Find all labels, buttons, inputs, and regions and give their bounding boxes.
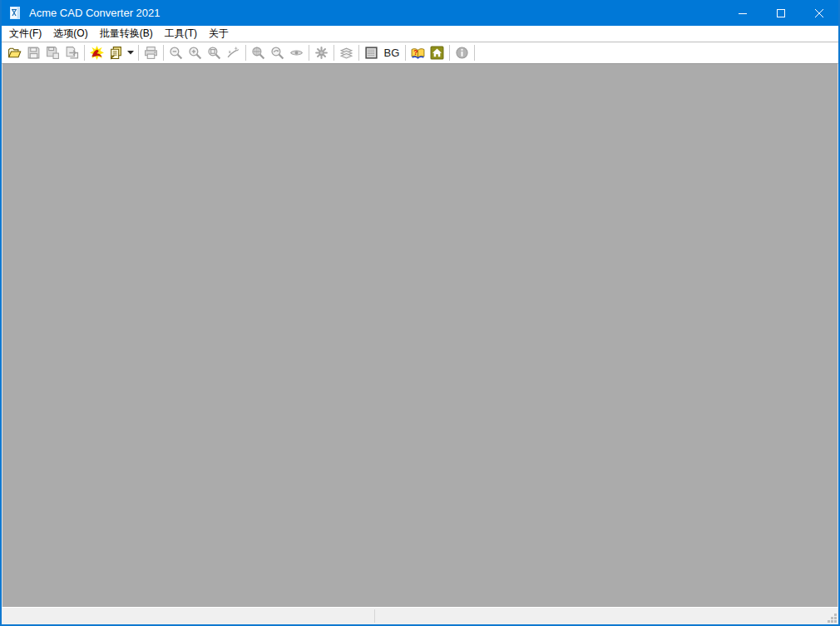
status-panel-left [2,608,374,624]
print-button [141,43,161,62]
open-button[interactable] [5,43,24,62]
app-window: Acme CAD Converter 2021 文件(F) 选项(O) 批量转换… [0,0,840,626]
maximize-icon [777,9,785,17]
app-icon [8,6,22,20]
toolbar-separator [163,45,164,61]
close-button[interactable] [800,0,838,26]
home-button[interactable] [427,43,447,62]
zoom-extents-icon [251,46,265,60]
zoom-window-icon [207,46,221,60]
zoom-previous-icon [270,46,284,60]
menu-about[interactable]: 关于 [203,25,235,42]
minimize-icon [739,9,747,17]
zoom-out-button [166,43,185,62]
home-icon [430,46,444,60]
about-button [452,43,472,62]
toolbar: BG ? [2,42,838,63]
save-as-button [43,43,62,62]
zoom-in-button [185,43,205,62]
batch-convert-button[interactable] [106,43,126,62]
grid-icon [364,46,378,60]
menubar: 文件(F) 选项(O) 批量转换(B) 工具(T) 关于 [2,26,838,42]
export-icon [65,46,79,60]
maximize-button[interactable] [762,0,800,26]
plot-flower-icon [314,46,329,60]
window-controls [724,0,838,26]
zoom-previous-button [268,43,287,62]
help-button[interactable]: ? [408,43,427,62]
layers-button [337,43,356,62]
toolbar-separator [405,45,406,61]
menu-file[interactable]: 文件(F) [3,25,47,42]
save-button [24,43,43,62]
toolbar-end-separator [474,45,475,61]
plot-settings-button [312,43,331,62]
bg-button-label: BG [384,47,400,59]
pdf-convert-icon [90,46,104,60]
resize-grip-icon[interactable] [827,613,838,624]
toolbar-separator [309,45,309,61]
window-title: Acme CAD Converter 2021 [29,7,161,19]
toolbar-separator [245,45,246,61]
help-book-icon: ? [411,46,425,60]
toolbar-separator [138,45,139,61]
open-folder-icon [7,46,22,60]
menu-tools[interactable]: 工具(T) [159,25,203,42]
toolbar-separator [334,45,334,61]
redraw-icon [226,46,240,60]
export-button [62,43,82,62]
toolbar-separator [449,45,450,61]
zoom-extents-button [249,43,268,62]
titlebar: Acme CAD Converter 2021 [2,0,838,26]
minimize-button[interactable] [724,0,762,26]
status-panel-right [375,608,838,624]
zoom-window-button [205,43,224,62]
save-icon [27,46,41,60]
view-button [287,43,306,62]
batch-convert-icon [109,46,123,60]
svg-text:?: ? [413,48,418,57]
toolbar-separator [84,45,85,61]
toolbar-separator [358,45,359,61]
menu-batch-convert[interactable]: 批量转换(B) [94,25,159,42]
statusbar [2,607,838,624]
menu-options[interactable]: 选项(O) [47,25,93,42]
printer-icon [144,46,158,60]
close-icon [815,9,823,17]
background-color-button[interactable]: BG [381,43,403,62]
eye-icon [289,46,304,60]
redraw-button [224,43,243,62]
convert-to-pdf-button[interactable] [87,43,106,62]
batch-convert-dropdown[interactable] [126,43,136,62]
dropdown-arrow-icon [127,51,134,55]
drawing-canvas[interactable] [2,63,838,607]
zoom-in-icon [188,46,202,60]
layers-icon [339,46,353,60]
background-pattern-button[interactable] [362,43,381,62]
save-as-icon [46,46,60,60]
zoom-out-icon [169,46,183,60]
info-icon [455,46,469,60]
